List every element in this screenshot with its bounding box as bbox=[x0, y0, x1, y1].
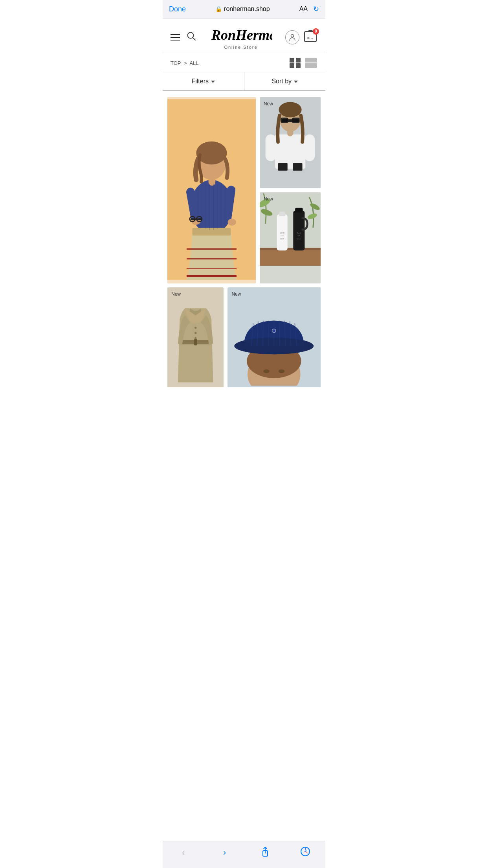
svg-text:Earth: Earth bbox=[280, 232, 284, 234]
store-header: RonHerman Online Store Ron 0 bbox=[163, 18, 325, 53]
product-image-trench bbox=[167, 287, 224, 386]
filter-button[interactable]: Filters bbox=[163, 72, 244, 91]
breadcrumb: TOP > ALL bbox=[171, 60, 199, 66]
product-image-sweatshirt bbox=[260, 97, 321, 172]
bottom-spacer bbox=[163, 387, 325, 419]
new-badge-sweatshirt: New bbox=[264, 101, 273, 107]
svg-rect-12 bbox=[305, 58, 317, 63]
hamburger-line bbox=[171, 34, 180, 35]
filter-label: Filters bbox=[191, 78, 209, 85]
svg-line-82 bbox=[268, 321, 269, 346]
svg-rect-55 bbox=[279, 211, 285, 216]
grid-view-button[interactable] bbox=[288, 57, 302, 69]
browser-done-button[interactable]: Done bbox=[169, 5, 186, 13]
toolbar: TOP > ALL bbox=[163, 53, 325, 69]
browser-actions: AA ↻ bbox=[299, 5, 319, 13]
svg-point-89 bbox=[264, 370, 270, 373]
lock-icon: 🔒 bbox=[215, 6, 222, 12]
product-item-trench[interactable]: New bbox=[167, 287, 224, 387]
breadcrumb-separator: > bbox=[184, 60, 187, 66]
svg-rect-41 bbox=[265, 134, 276, 161]
account-button[interactable] bbox=[285, 30, 299, 44]
logo-name: RonHerman bbox=[196, 25, 285, 44]
svg-point-4 bbox=[291, 36, 292, 37]
header-right: Ron 0 bbox=[285, 30, 317, 45]
hamburger-line bbox=[171, 40, 180, 40]
svg-point-19 bbox=[228, 219, 237, 226]
svg-rect-13 bbox=[305, 63, 317, 68]
svg-rect-52 bbox=[260, 248, 321, 266]
svg-rect-59 bbox=[293, 211, 305, 251]
product-grid: New bbox=[163, 91, 325, 387]
svg-point-72 bbox=[194, 332, 196, 334]
sort-label: Sort by bbox=[272, 78, 292, 85]
filter-chevron-icon bbox=[211, 81, 215, 83]
svg-text:with: with bbox=[281, 235, 284, 237]
product-image-hat bbox=[227, 287, 321, 386]
product-item-hat[interactable]: New bbox=[227, 287, 321, 387]
svg-rect-42 bbox=[304, 134, 315, 161]
svg-text:with: with bbox=[297, 235, 300, 237]
view-toggles bbox=[288, 57, 317, 69]
hamburger-menu[interactable] bbox=[171, 34, 180, 40]
svg-rect-53 bbox=[260, 248, 321, 250]
reload-button[interactable]: ↻ bbox=[313, 5, 319, 13]
svg-rect-70 bbox=[194, 339, 197, 345]
svg-rect-50 bbox=[292, 118, 299, 123]
hamburger-line bbox=[171, 37, 180, 38]
svg-point-90 bbox=[279, 370, 284, 373]
product-item-sweatshirt[interactable]: New bbox=[260, 97, 321, 188]
svg-rect-10 bbox=[290, 63, 294, 68]
grid-row-1: New bbox=[167, 97, 321, 283]
svg-text:Love: Love bbox=[280, 238, 284, 240]
svg-line-84 bbox=[279, 321, 280, 346]
list-view-button[interactable] bbox=[304, 57, 317, 69]
svg-line-1 bbox=[193, 37, 196, 40]
new-badge-trench: New bbox=[171, 291, 181, 297]
svg-point-5 bbox=[293, 36, 294, 37]
sort-chevron-icon bbox=[294, 81, 298, 83]
search-button[interactable] bbox=[186, 31, 196, 44]
svg-text:Ron: Ron bbox=[307, 37, 313, 40]
product-small-col: New bbox=[260, 97, 321, 283]
product-item-bottles[interactable]: New Earth with Love bbox=[260, 192, 321, 283]
svg-rect-11 bbox=[296, 63, 301, 68]
svg-text:Earth: Earth bbox=[297, 232, 301, 234]
svg-text:RonHerman: RonHerman bbox=[211, 27, 272, 42]
filter-sort-bar: Filters Sort by bbox=[163, 72, 325, 91]
sort-button[interactable]: Sort by bbox=[244, 72, 326, 91]
breadcrumb-current[interactable]: ALL bbox=[189, 60, 198, 66]
svg-point-88 bbox=[272, 329, 276, 333]
header-left bbox=[171, 31, 196, 44]
svg-point-25 bbox=[196, 142, 227, 165]
svg-point-73 bbox=[194, 337, 196, 339]
logo-subtitle: Online Store bbox=[196, 45, 285, 50]
svg-text:Love: Love bbox=[297, 238, 301, 240]
svg-rect-30 bbox=[193, 228, 231, 236]
svg-rect-49 bbox=[281, 118, 288, 123]
svg-rect-9 bbox=[296, 58, 301, 63]
svg-rect-60 bbox=[295, 208, 303, 213]
svg-point-71 bbox=[194, 327, 196, 329]
product-image-bottles: Earth with Love Earth with Love bbox=[260, 192, 321, 267]
browser-bar: Done 🔒 ronherman.shop AA ↻ bbox=[163, 0, 325, 18]
new-badge-bottles: New bbox=[264, 196, 273, 202]
text-size-button[interactable]: AA bbox=[299, 6, 308, 13]
svg-rect-8 bbox=[290, 58, 294, 63]
new-badge-hat: New bbox=[231, 291, 241, 297]
svg-point-47 bbox=[279, 102, 301, 118]
browser-url: 🔒 ronherman.shop bbox=[215, 6, 270, 13]
logo[interactable]: RonHerman Online Store bbox=[196, 25, 285, 50]
svg-rect-43 bbox=[278, 163, 287, 171]
product-item-featured[interactable] bbox=[167, 97, 256, 283]
cart-count: 0 bbox=[313, 28, 319, 35]
breadcrumb-top[interactable]: TOP bbox=[171, 60, 181, 66]
svg-rect-44 bbox=[293, 163, 302, 171]
grid-row-2: New New bbox=[167, 287, 321, 387]
cart-button[interactable]: Ron 0 bbox=[303, 30, 317, 45]
url-text: ronherman.shop bbox=[224, 6, 270, 13]
product-image-featured bbox=[167, 97, 256, 282]
